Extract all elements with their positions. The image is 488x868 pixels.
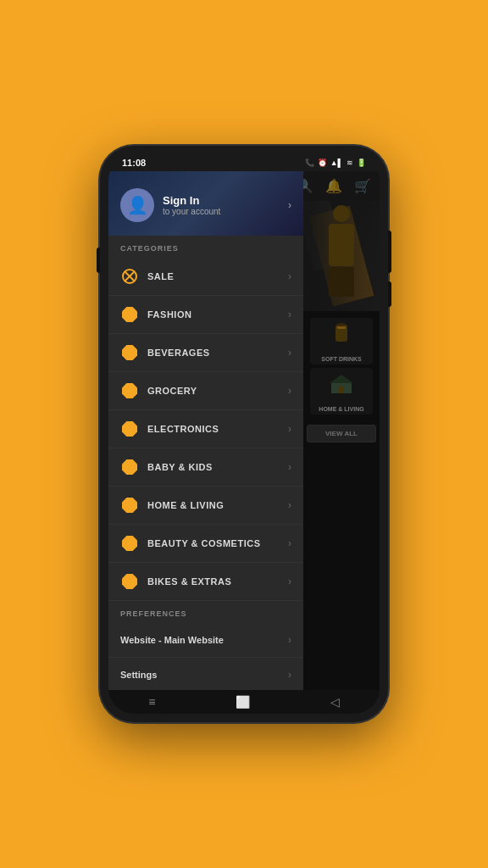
power-button (388, 231, 391, 273)
menu-item-bikes-extras[interactable]: BIKES & EXTRAS › (108, 563, 303, 601)
menu-item-electronics[interactable]: ELECTRONICS › (108, 410, 303, 448)
menu-item-grocery[interactable]: GROCERY › (108, 372, 303, 410)
sale-label: SALE (147, 271, 288, 281)
pref-item-website[interactable]: Website - Main Website › (108, 623, 303, 658)
volume-down-button (388, 281, 391, 307)
sim-icon: ⏰ (318, 159, 327, 167)
fashion-label: FASHION (147, 309, 288, 320)
baby-kids-label: BABY & KIDS (147, 462, 288, 472)
pref-item-settings[interactable]: Settings › (108, 658, 303, 690)
beauty-cosmetics-category-icon (120, 534, 139, 553)
call-icon: 📞 (305, 159, 314, 167)
phone-screen: 11:08 📞 ⏰ ▲▌ ≋ 🔋 👤 Sign In (108, 154, 380, 714)
electronics-arrow-icon: › (288, 423, 291, 435)
status-time: 11:08 (122, 158, 146, 168)
sign-in-arrow-icon: › (288, 199, 291, 211)
preferences-section-label: PREFERENCES (108, 601, 303, 623)
sign-in-title: Sign In (163, 194, 280, 207)
battery-icon: 🔋 (357, 159, 366, 167)
menu-item-beauty-cosmetics[interactable]: BEAUTY & COSMETICS › (108, 525, 303, 563)
settings-label: Settings (120, 670, 288, 680)
categories-section-label: CATEGORIES (108, 236, 303, 258)
volume-button (97, 248, 100, 273)
home-nav-button[interactable]: ⬜ (236, 695, 250, 709)
electronics-label: ELECTRONICS (147, 424, 288, 434)
fashion-category-icon (120, 305, 139, 324)
avatar: 👤 (120, 188, 154, 222)
back-nav-button[interactable]: ◁ (330, 695, 340, 709)
grocery-arrow-icon: › (288, 385, 291, 397)
sign-in-section[interactable]: 👤 Sign In to your account › (108, 171, 303, 236)
beauty-cosmetics-arrow-icon: › (288, 537, 291, 549)
menu-item-baby-kids[interactable]: BABY & KIDS › (108, 448, 303, 487)
bikes-extras-label: BIKES & EXTRAS (147, 576, 288, 587)
bikes-extras-arrow-icon: › (288, 576, 291, 587)
website-label: Website - Main Website (120, 635, 288, 645)
website-arrow-icon: › (288, 634, 291, 646)
sale-arrow-icon: › (288, 270, 291, 282)
fashion-arrow-icon: › (288, 309, 291, 320)
sign-in-subtitle: to your account (163, 207, 280, 216)
home-living-label: HOME & LIVING (147, 500, 288, 510)
baby-kids-category-icon (120, 458, 139, 476)
user-icon: 👤 (127, 197, 148, 214)
beverages-label: BEVERAGES (147, 348, 288, 358)
app-content: 🔍 🔔 🛒 (303, 171, 380, 690)
bikes-extras-category-icon (120, 572, 139, 591)
sale-category-icon (120, 267, 139, 286)
menu-nav-button[interactable]: ≡ (148, 695, 155, 709)
beverages-category-icon (120, 343, 139, 362)
navigation-bar: ≡ ⬜ ◁ (108, 690, 380, 714)
beverages-arrow-icon: › (288, 347, 291, 359)
wifi-icon: ≋ (347, 159, 353, 167)
phone-device: 11:08 📞 ⏰ ▲▌ ≋ 🔋 👤 Sign In (100, 146, 388, 722)
status-icons: 📞 ⏰ ▲▌ ≋ 🔋 (305, 159, 366, 167)
menu-item-sale[interactable]: SALE › (108, 258, 303, 296)
settings-arrow-icon: › (288, 669, 291, 681)
menu-item-beverages[interactable]: BEVERAGES › (108, 334, 303, 372)
grocery-category-icon (120, 381, 139, 400)
baby-kids-arrow-icon: › (288, 461, 291, 473)
menu-item-fashion[interactable]: FASHION › (108, 296, 303, 334)
signal-icon: ▲▌ (330, 159, 343, 167)
electronics-category-icon (120, 420, 139, 438)
dim-overlay (303, 171, 380, 690)
home-living-arrow-icon: › (288, 499, 291, 511)
sign-in-text: Sign In to your account (163, 194, 280, 216)
menu-item-home-living[interactable]: HOME & LIVING › (108, 487, 303, 525)
status-bar: 11:08 📞 ⏰ ▲▌ ≋ 🔋 (108, 154, 380, 171)
navigation-drawer: 👤 Sign In to your account › CATEGORIES (108, 171, 303, 690)
grocery-label: GROCERY (147, 386, 288, 396)
beauty-cosmetics-label: BEAUTY & COSMETICS (147, 538, 288, 548)
home-living-category-icon (120, 496, 139, 515)
main-content: 👤 Sign In to your account › CATEGORIES (108, 171, 380, 690)
